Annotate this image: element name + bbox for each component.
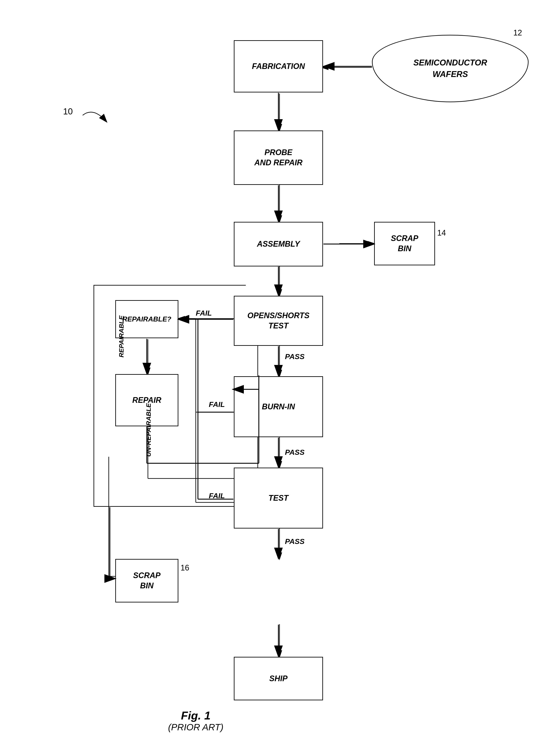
fabrication-label: FABRICATION	[252, 61, 305, 72]
figure-caption: Fig. 1 (PRIOR ART)	[109, 709, 283, 733]
burn-in-box: BURN-IN	[234, 376, 323, 437]
ref-10: 10	[63, 107, 73, 116]
assembly-box: ASSEMBLY	[234, 222, 323, 267]
ref-14: 14	[437, 228, 446, 237]
opens-shorts-label: OPENS/SHORTSTEST	[247, 311, 309, 331]
ref-12: 12	[513, 28, 522, 38]
pass-3-label: PASS	[285, 537, 305, 546]
semiconductor-wafers-box: SEMICONDUCTORWAFERS	[372, 35, 529, 102]
un-repairable-label-text: UN-REPAIRABLE	[145, 403, 152, 457]
scrap-bin-left-box: SCRAPBIN	[115, 559, 178, 602]
pass-1-label: PASS	[285, 352, 305, 361]
ref-16: 16	[181, 563, 189, 572]
fail-1-label: FAIL	[196, 309, 212, 317]
diagram-container: SEMICONDUCTORWAFERS 12 FABRICATION PROBE…	[0, 0, 559, 756]
repair-loop-bracket	[93, 285, 246, 507]
test-label: TEST	[268, 493, 288, 503]
scrap-bin-right-box: SCRAPBIN	[374, 222, 435, 265]
fig-title: Fig. 1	[109, 709, 283, 722]
opens-shorts-box: OPENS/SHORTSTEST	[234, 296, 323, 346]
scrap-bin-right-label: SCRAPBIN	[391, 233, 418, 254]
fig-subtitle: (PRIOR ART)	[109, 722, 283, 733]
fail-2-label: FAIL	[209, 400, 225, 409]
scrap-bin-left-label: SCRAPBIN	[133, 571, 160, 591]
probe-repair-box: PROBEAND REPAIR	[234, 131, 323, 185]
pass-2-label: PASS	[285, 448, 305, 457]
fail-3-label: FAIL	[209, 491, 225, 500]
repairable-label-text: REPAIRABLE	[118, 316, 125, 358]
ship-box: SHIP	[234, 657, 323, 700]
test-box: TEST	[234, 467, 323, 528]
ship-label: SHIP	[269, 673, 288, 684]
burn-in-label: BURN-IN	[262, 402, 295, 412]
probe-repair-label: PROBEAND REPAIR	[254, 147, 302, 168]
semiconductor-wafers-label: SEMICONDUCTORWAFERS	[413, 57, 487, 80]
fabrication-box: FABRICATION	[234, 40, 323, 92]
assembly-label: ASSEMBLY	[257, 239, 300, 249]
